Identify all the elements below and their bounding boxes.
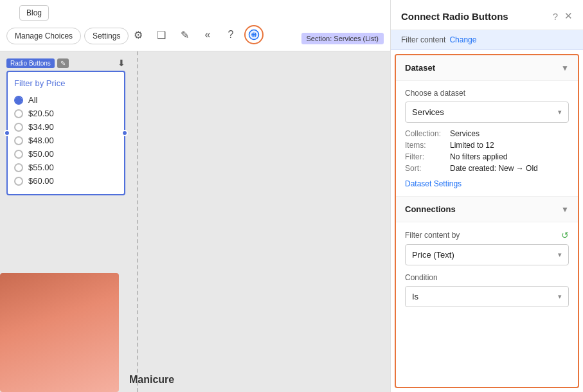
manage-choices-button[interactable]: Manage Choices — [6, 28, 81, 44]
blog-tab[interactable]: Blog — [19, 5, 49, 21]
connections-section-body: Filter content by ↺ Price (Text) ▾ Condi… — [396, 222, 578, 315]
dataset-chevron-icon: ▼ — [561, 64, 569, 73]
help-icon-btn[interactable]: ? — [221, 25, 240, 44]
layers-icon-btn[interactable]: ❑ — [152, 25, 171, 44]
radio-item-all[interactable]: All — [14, 93, 118, 107]
dataset-section-title: Dataset — [405, 63, 435, 73]
dataset-settings-link[interactable]: Dataset Settings — [405, 179, 462, 188]
right-header-icons: ? ✕ — [553, 10, 573, 22]
radio-item-2[interactable]: $34.90 — [14, 120, 118, 134]
right-panel-header: Connect Radio Buttons ? ✕ — [391, 0, 583, 30]
filter-change-link[interactable]: Change — [449, 35, 476, 44]
radio-circle-4 — [14, 150, 23, 159]
radio-widget-header: Radio Buttons ✎ ⬇ — [6, 58, 125, 68]
collection-key: Collection: — [405, 129, 450, 138]
condition-label: Condition — [405, 273, 569, 282]
radio-settings-icon[interactable]: ✎ — [57, 58, 69, 68]
choose-dataset-label: Choose a dataset — [405, 89, 569, 98]
close-icon[interactable]: ✕ — [564, 10, 573, 22]
sort-key: Sort: — [405, 164, 450, 173]
sort-value: Date created: New → Old — [450, 164, 569, 173]
radio-label-2: $34.90 — [28, 122, 54, 132]
radio-label-3: $48.00 — [28, 136, 54, 145]
bottom-section: Manicure — [0, 273, 390, 392]
undo-icon-btn[interactable]: « — [198, 25, 217, 44]
dataset-section-header: Dataset ▼ — [396, 55, 578, 81]
filter-content-label: Filter content — [401, 35, 445, 44]
radio-circle-all — [14, 96, 23, 105]
manicure-image — [0, 273, 119, 392]
section-label: Section: Services (List) — [301, 33, 384, 44]
items-key: Items: — [405, 141, 450, 150]
filter-value: No filters applied — [450, 152, 569, 161]
radio-widget-container: Radio Buttons ✎ ⬇ Filter by Price All $2… — [6, 58, 125, 195]
radio-label-4: $50.00 — [28, 149, 54, 159]
filter-bar: Filter content Change — [391, 30, 583, 50]
radio-item-1[interactable]: $20.50 — [14, 107, 118, 120]
radio-item-6[interactable]: $60.00 — [14, 174, 118, 188]
radio-circle-6 — [14, 177, 23, 186]
help-icon[interactable]: ? — [553, 11, 558, 22]
settings-button[interactable]: Settings — [84, 28, 129, 44]
left-panel: Blog Manage Choices Settings ⚙ ❑ ✎ « ? S… — [0, 0, 390, 392]
drag-right — [121, 130, 128, 136]
collection-value: Services — [450, 129, 569, 138]
radio-label-6: $60.00 — [28, 176, 54, 186]
right-panel-title: Connect Radio Buttons — [401, 11, 508, 22]
dataset-dropdown-value: Services — [412, 107, 444, 117]
radio-widget: Filter by Price All $20.50 $34.90 $48.00 — [6, 71, 125, 195]
panel-content: Dataset ▼ Choose a dataset Services ▾ Co… — [395, 54, 579, 388]
toolbar-buttons: Manage Choices Settings — [6, 28, 129, 44]
radio-label-1: $20.50 — [28, 109, 54, 118]
toolbar-icon-group: ⚙ ❑ ✎ « ? — [129, 25, 264, 44]
manicure-label: Manicure — [129, 374, 174, 386]
radio-label-all: All — [28, 95, 37, 105]
condition-dropdown[interactable]: Is ▾ — [405, 286, 569, 307]
pen-icon-btn[interactable]: ✎ — [175, 25, 194, 44]
radio-badge: Radio Buttons — [6, 58, 55, 68]
connect-icon — [248, 29, 260, 40]
filter-content-dropdown-arrow-icon: ▾ — [558, 251, 562, 259]
condition-dropdown-arrow-icon: ▾ — [558, 292, 562, 301]
radio-item-4[interactable]: $50.00 — [14, 147, 118, 161]
filter-content-dropdown-value: Price (Text) — [412, 250, 454, 260]
connections-section-title: Connections — [405, 204, 456, 214]
right-panel: Connect Radio Buttons ? ✕ Filter content… — [390, 0, 583, 392]
filter-content-by-label: Filter content by — [405, 231, 460, 240]
filter-content-row: Filter content by ↺ — [405, 230, 569, 240]
connections-section-header: Connections ▼ — [396, 197, 578, 222]
refresh-icon[interactable]: ↺ — [561, 230, 569, 240]
radio-circle-2 — [14, 123, 23, 132]
condition-dropdown-value: Is — [412, 292, 418, 301]
dataset-section-body: Choose a dataset Services ▾ Collection: … — [396, 81, 578, 197]
connect-icon-btn[interactable] — [244, 25, 264, 44]
filter-content-dropdown[interactable]: Price (Text) ▾ — [405, 244, 569, 265]
radio-circle-1 — [14, 109, 23, 118]
connections-chevron-icon: ▼ — [561, 205, 569, 214]
radio-widget-title: Filter by Price — [14, 78, 118, 88]
gear-icon-btn[interactable]: ⚙ — [129, 25, 148, 44]
dataset-dropdown[interactable]: Services ▾ — [405, 102, 569, 123]
radio-item-3[interactable]: $48.00 — [14, 134, 118, 147]
dataset-dropdown-arrow-icon: ▾ — [558, 108, 562, 116]
radio-item-5[interactable]: $55.00 — [14, 161, 118, 174]
filter-key: Filter: — [405, 152, 450, 161]
radio-circle-3 — [14, 136, 23, 145]
drag-left — [4, 130, 10, 136]
canvas-area: Radio Buttons ✎ ⬇ Filter by Price All $2… — [0, 51, 390, 392]
dataset-meta: Collection: Services Items: Limited to 1… — [405, 129, 569, 173]
toolbar: Blog Manage Choices Settings ⚙ ❑ ✎ « ? S… — [0, 0, 390, 51]
radio-label-5: $55.00 — [28, 163, 54, 172]
download-icon[interactable]: ⬇ — [118, 58, 125, 68]
radio-circle-5 — [14, 163, 23, 172]
items-value: Limited to 12 — [450, 141, 569, 150]
